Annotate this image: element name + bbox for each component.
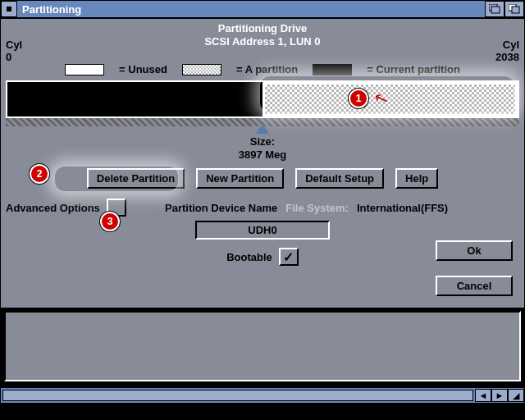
callout-3: 3: [100, 212, 120, 231]
size-gadget[interactable]: ◢: [508, 389, 524, 402]
legend-current: = Current partition: [367, 63, 460, 75]
swatch-current: [313, 64, 352, 75]
partitioning-window: Partitioning Partitioning Drive SCSI Add…: [0, 0, 525, 404]
zoom-gadget[interactable]: [485, 1, 504, 17]
button-row: Delete Partition New Partition Default S…: [1, 168, 524, 189]
cyl-left-label: Cyl: [6, 39, 22, 51]
device-name-input[interactable]: UDH0: [195, 221, 330, 240]
callout-1: 1: [349, 89, 368, 108]
fs-value: International(FFS): [357, 202, 448, 214]
legend: = Unused = A partition = Current partiti…: [1, 63, 524, 75]
cancel-button[interactable]: Cancel: [436, 276, 513, 296]
close-gadget[interactable]: [1, 1, 17, 17]
new-partition-button[interactable]: New Partition: [196, 168, 284, 189]
callout-2: 2: [30, 164, 49, 184]
help-button[interactable]: Help: [395, 168, 438, 189]
partition-segment-other[interactable]: [262, 82, 518, 116]
bootable-checkbox[interactable]: ✓: [279, 248, 299, 266]
cyl-start: 0: [6, 51, 22, 63]
size-pointer-icon: [256, 124, 269, 134]
horizontal-scrollbar[interactable]: ◄ ► ◢: [1, 386, 524, 403]
swatch-unused: [65, 64, 104, 75]
legend-a-partition: = A partition: [236, 63, 298, 75]
bootable-label: Bootable: [226, 251, 272, 263]
size-value: 3897 Meg: [1, 148, 524, 162]
titlebar[interactable]: Partitioning: [1, 1, 524, 19]
svg-rect-3: [512, 7, 519, 13]
device-name-row: UDH0: [1, 221, 524, 240]
cyl-end: 2038: [495, 51, 519, 63]
scroll-left-icon[interactable]: ◄: [475, 389, 491, 402]
scroll-right-icon[interactable]: ►: [491, 389, 508, 402]
pdn-label: Partition Device Name: [165, 202, 277, 214]
depth-gadget[interactable]: [504, 1, 524, 17]
svg-rect-1: [491, 7, 500, 13]
scrollbar-track[interactable]: [2, 390, 473, 401]
advanced-label: Advanced Options: [6, 202, 100, 214]
partition-bar[interactable]: [6, 80, 519, 118]
fs-label: File System:: [285, 202, 349, 214]
size-text: Size: 3897 Meg: [1, 135, 524, 162]
legend-unused: = Unused: [119, 63, 167, 75]
size-label: Size:: [1, 135, 524, 148]
ok-button[interactable]: Ok: [436, 240, 513, 261]
window-title: Partitioning: [17, 3, 485, 16]
cyl-right-label: Cyl: [495, 39, 519, 51]
swatch-a-partition: [182, 64, 221, 75]
status-pane: [4, 311, 521, 381]
window-body: Partitioning Drive SCSI Address 1, LUN 0…: [1, 19, 524, 309]
pdn-row: Partition Device Name File System: Inter…: [165, 202, 524, 214]
default-setup-button[interactable]: Default Setup: [295, 168, 384, 189]
ok-cancel-column: Ok Cancel: [436, 240, 513, 296]
check-icon: ✓: [283, 249, 294, 265]
partition-segment-current[interactable]: [7, 82, 262, 116]
delete-partition-button[interactable]: Delete Partition: [87, 168, 185, 189]
heading-title: Partitioning Drive: [1, 22, 524, 35]
